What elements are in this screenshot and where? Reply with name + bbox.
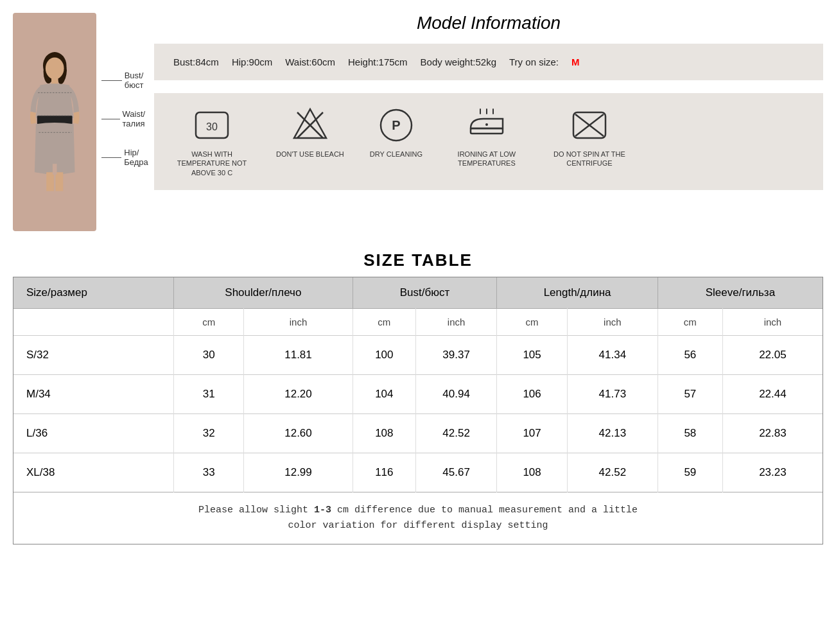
- row-xl38-shoulder-in: 12.99: [244, 453, 353, 492]
- care-no-spin-label: DO NOT SPIN AT THE CENTRIFUGE: [551, 150, 628, 168]
- model-figure: [13, 13, 96, 231]
- row-l36-bust-in: 42.52: [415, 414, 496, 453]
- row-s32-sleeve-in: 22.05: [722, 336, 823, 375]
- table-row: M/34 31 12.20 104 40.94 106 41.73 57 22.…: [13, 375, 823, 414]
- page-title: Model Information: [154, 13, 823, 33]
- row-s32-length-cm: 105: [497, 336, 568, 375]
- table-row: S/32 30 11.81 100 39.37 105 41.34 56 22.…: [13, 336, 823, 375]
- size-table-title: SIZE TABLE: [13, 250, 823, 270]
- subheader-shoulder-cm: cm: [174, 309, 244, 336]
- care-icon-no-spin: DO NOT SPIN AT THE CENTRIFUGE: [551, 106, 628, 168]
- svg-rect-8: [56, 172, 64, 191]
- bust-label: Bust/бюст: [101, 71, 154, 90]
- table-footer: Please allow slight 1-3 cm difference du…: [13, 492, 823, 544]
- row-m34-length-in: 41.73: [567, 375, 657, 414]
- row-m34-bust-cm: 104: [353, 375, 415, 414]
- iron-icon: [467, 106, 506, 144]
- top-section: Bust/бюст Waist/талия Hip/Бедра Model In…: [13, 13, 823, 231]
- subheader-shoulder-in: inch: [244, 309, 353, 336]
- table-row: L/36 32 12.60 108 42.52 107 42.13 58 22.…: [13, 414, 823, 453]
- row-xl38-bust-cm: 116: [353, 453, 415, 492]
- row-m34-bust-in: 40.94: [415, 375, 496, 414]
- row-xl38-sleeve-cm: 59: [657, 453, 722, 492]
- care-icon-dry-clean: P DRY CLEANING: [370, 106, 422, 159]
- svg-point-4: [46, 58, 64, 80]
- svg-text:30: 30: [206, 121, 218, 132]
- header-size: Size/размер: [13, 277, 174, 309]
- care-dry-clean-label: DRY CLEANING: [370, 150, 422, 159]
- subheader-sleeve-in: inch: [722, 309, 823, 336]
- row-l36-sleeve-in: 22.83: [722, 414, 823, 453]
- model-specs-box: Bust:84cm Hip:90cm Waist:60cm Height:175…: [154, 44, 823, 80]
- row-m34-sleeve-in: 22.44: [722, 375, 823, 414]
- header-sleeve: Sleeve/гильза: [657, 277, 823, 309]
- spec-waist: Waist:60cm: [285, 57, 335, 67]
- model-silhouette-svg: [13, 13, 96, 231]
- spec-weight: Body weight:52kg: [421, 57, 496, 67]
- subheader-length-in: inch: [567, 309, 657, 336]
- no-bleach-icon: [291, 106, 329, 144]
- hip-label: Hip/Бедра: [101, 148, 154, 167]
- row-l36-length-in: 42.13: [567, 414, 657, 453]
- subheader-length-cm: cm: [497, 309, 568, 336]
- row-s32-shoulder-cm: 30: [174, 336, 244, 375]
- care-wash-label: WASH WITH TEMPERATURE NOT ABOVE 30 C: [173, 150, 250, 177]
- size-table-wrapper: Size/размер Shoulder/плечо Bust/бюст Len…: [13, 277, 823, 544]
- no-spin-icon: [570, 106, 609, 144]
- waist-label-text: Waist/талия: [123, 109, 154, 128]
- hip-label-text: Hip/Бедра: [124, 148, 154, 167]
- row-xl38-sleeve-in: 23.23: [722, 453, 823, 492]
- svg-rect-7: [46, 172, 54, 191]
- row-xl38-length-cm: 108: [497, 453, 568, 492]
- header-bust: Bust/бюст: [353, 277, 497, 309]
- wash-icon: 30: [193, 106, 231, 144]
- table-header-main: Size/размер Shoulder/плечо Bust/бюст Len…: [13, 277, 823, 309]
- table-row: XL/38 33 12.99 116 45.67 108 42.52 59 23…: [13, 453, 823, 492]
- row-m34-sleeve-cm: 57: [657, 375, 722, 414]
- care-iron-label: IRONING AT LOW TEMPERATURES: [448, 150, 525, 168]
- model-labels: Bust/бюст Waist/талия Hip/Бедра: [96, 13, 154, 167]
- svg-point-23: [485, 123, 488, 126]
- row-m34-shoulder-in: 12.20: [244, 375, 353, 414]
- page-container: Bust/бюст Waist/талия Hip/Бедра Model In…: [13, 13, 823, 544]
- row-s32-sleeve-cm: 56: [657, 336, 722, 375]
- svg-text:P: P: [392, 118, 400, 132]
- header-shoulder: Shoulder/плечо: [174, 277, 353, 309]
- row-xl38-length-in: 42.52: [567, 453, 657, 492]
- spec-height: Height:175cm: [348, 57, 408, 67]
- row-m34-length-cm: 106: [497, 375, 568, 414]
- subheader-bust-cm: cm: [353, 309, 415, 336]
- row-s32-bust-cm: 100: [353, 336, 415, 375]
- row-xl38-bust-in: 45.67: [415, 453, 496, 492]
- spec-bust: Bust:84cm: [173, 57, 219, 67]
- row-xl38-size: XL/38: [13, 453, 174, 492]
- dry-clean-icon: P: [377, 106, 415, 144]
- waist-label: Waist/талия: [101, 109, 154, 128]
- size-table-section: SIZE TABLE Size/размер Shoulder/плечо Bu…: [13, 250, 823, 544]
- svg-rect-19: [471, 128, 503, 134]
- model-area-wrapper: Bust/бюст Waist/талия Hip/Бедра: [13, 13, 154, 231]
- row-m34-size: M/34: [13, 375, 174, 414]
- row-l36-length-cm: 107: [497, 414, 568, 453]
- subheader-bust-in: inch: [415, 309, 496, 336]
- care-icon-iron: IRONING AT LOW TEMPERATURES: [448, 106, 525, 168]
- row-l36-bust-cm: 108: [353, 414, 415, 453]
- spec-hip: Hip:90cm: [232, 57, 272, 67]
- row-s32-shoulder-in: 11.81: [244, 336, 353, 375]
- care-icon-wash: 30 WASH WITH TEMPERATURE NOT ABOVE 30 C: [173, 106, 250, 177]
- subheader-sleeve-cm: cm: [657, 309, 722, 336]
- care-icon-bleach: DON'T USE BLEACH: [276, 106, 344, 159]
- row-l36-sleeve-cm: 58: [657, 414, 722, 453]
- row-m34-shoulder-cm: 31: [174, 375, 244, 414]
- row-s32-size: S/32: [13, 336, 174, 375]
- row-l36-shoulder-cm: 32: [174, 414, 244, 453]
- row-l36-size: L/36: [13, 414, 174, 453]
- table-subheader: cm inch cm inch cm inch cm inch: [13, 309, 823, 336]
- care-bleach-label: DON'T USE BLEACH: [276, 150, 344, 159]
- row-xl38-shoulder-cm: 33: [174, 453, 244, 492]
- row-s32-length-in: 41.34: [567, 336, 657, 375]
- care-icons-section: 30 WASH WITH TEMPERATURE NOT ABOVE 30 C …: [154, 93, 823, 190]
- model-image-area: Bust/бюст Waist/талия Hip/Бедра: [13, 13, 154, 231]
- spec-try-on-size: M: [571, 57, 580, 67]
- subheader-size: [13, 309, 174, 336]
